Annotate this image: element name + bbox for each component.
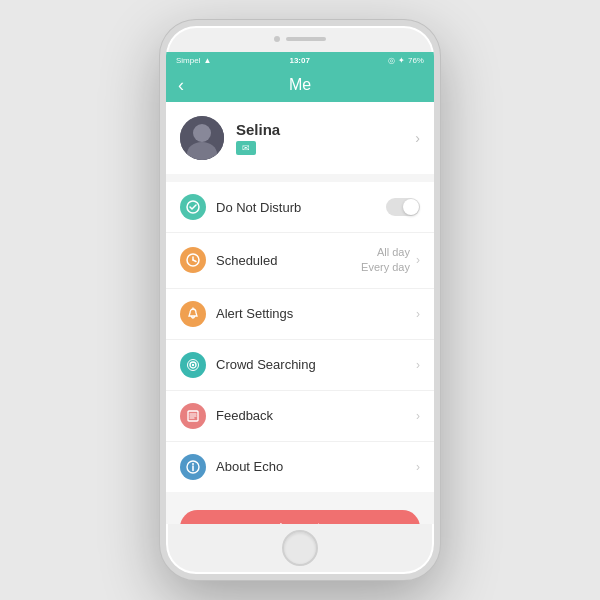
menu-item-crowd-searching[interactable]: Crowd Searching ›	[166, 340, 434, 391]
nav-bar: ‹ Me	[166, 68, 434, 102]
bluetooth-icon: ✦	[398, 56, 405, 65]
status-time: 13:07	[289, 56, 309, 65]
menu-item-left: Scheduled	[180, 247, 277, 273]
screen: Simpel ▲ 13:07 ◎ ✦ 76% ‹ Me	[166, 52, 434, 524]
status-left: Simpel ▲	[176, 56, 211, 65]
speaker-bar	[286, 37, 326, 41]
camera-dot	[274, 36, 280, 42]
toggle-knob	[403, 199, 419, 215]
feedback-chevron: ›	[416, 409, 420, 423]
svg-line-6	[193, 260, 196, 262]
scheduled-chevron: ›	[416, 253, 420, 267]
crowd-searching-icon	[180, 352, 206, 378]
about-echo-chevron: ›	[416, 460, 420, 474]
menu-item-feedback[interactable]: Feedback ›	[166, 391, 434, 442]
menu-item-left: Do Not Disturb	[180, 194, 301, 220]
scheduled-right: All day Every day ›	[361, 245, 420, 276]
status-right: ◎ ✦ 76%	[388, 56, 424, 65]
content: Selina ✉ ›	[166, 102, 434, 524]
svg-point-10	[192, 364, 194, 366]
do-not-disturb-toggle[interactable]	[386, 198, 420, 216]
alert-settings-chevron: ›	[416, 307, 420, 321]
status-bar: Simpel ▲ 13:07 ◎ ✦ 76%	[166, 52, 434, 68]
carrier-text: Simpel	[176, 56, 200, 65]
wifi-icon: ▲	[203, 56, 211, 65]
alert-settings-label: Alert Settings	[216, 306, 293, 321]
email-symbol: ✉	[242, 143, 250, 153]
menu-item-do-not-disturb[interactable]: Do Not Disturb	[166, 182, 434, 233]
do-not-disturb-icon	[180, 194, 206, 220]
menu-item-left: Crowd Searching	[180, 352, 316, 378]
do-not-disturb-right	[386, 198, 420, 216]
page-title: Me	[289, 76, 311, 94]
avatar-image	[180, 116, 224, 160]
crowd-searching-right: ›	[416, 358, 420, 372]
menu-section: Do Not Disturb	[166, 182, 434, 492]
phone-top-bar	[274, 36, 326, 42]
scheduled-icon	[180, 247, 206, 273]
about-echo-label: About Echo	[216, 459, 283, 474]
crowd-searching-label: Crowd Searching	[216, 357, 316, 372]
profile-chevron: ›	[415, 130, 420, 146]
email-icon: ✉	[236, 141, 256, 155]
scheduled-value: All day Every day	[361, 245, 410, 276]
profile-name: Selina	[236, 121, 280, 138]
feedback-icon	[180, 403, 206, 429]
menu-item-left: About Echo	[180, 454, 283, 480]
about-echo-right: ›	[416, 460, 420, 474]
scheduled-label: Scheduled	[216, 253, 277, 268]
crowd-searching-chevron: ›	[416, 358, 420, 372]
home-button[interactable]	[282, 530, 318, 566]
svg-point-1	[193, 124, 211, 142]
menu-item-left: Alert Settings	[180, 301, 293, 327]
alert-settings-right: ›	[416, 307, 420, 321]
feedback-right: ›	[416, 409, 420, 423]
alert-settings-icon	[180, 301, 206, 327]
profile-section[interactable]: Selina ✉ ›	[166, 102, 434, 174]
avatar	[180, 116, 224, 160]
about-echo-icon	[180, 454, 206, 480]
back-button[interactable]: ‹	[178, 75, 184, 96]
svg-point-17	[192, 463, 194, 465]
profile-info: Selina ✉	[236, 121, 280, 155]
scheduled-line1: All day	[361, 245, 410, 260]
menu-item-left: Feedback	[180, 403, 273, 429]
logout-button[interactable]: Logout	[180, 510, 420, 524]
do-not-disturb-label: Do Not Disturb	[216, 200, 301, 215]
avatar-svg	[180, 116, 224, 160]
feedback-label: Feedback	[216, 408, 273, 423]
phone-shell: Simpel ▲ 13:07 ◎ ✦ 76% ‹ Me	[160, 20, 440, 580]
menu-item-alert-settings[interactable]: Alert Settings ›	[166, 289, 434, 340]
profile-left: Selina ✉	[180, 116, 280, 160]
logout-section: Logout	[166, 500, 434, 524]
battery-text: 76%	[408, 56, 424, 65]
scheduled-line2: Every day	[361, 260, 410, 275]
menu-item-about-echo[interactable]: About Echo ›	[166, 442, 434, 492]
menu-item-scheduled[interactable]: Scheduled All day Every day ›	[166, 233, 434, 289]
location-icon: ◎	[388, 56, 395, 65]
